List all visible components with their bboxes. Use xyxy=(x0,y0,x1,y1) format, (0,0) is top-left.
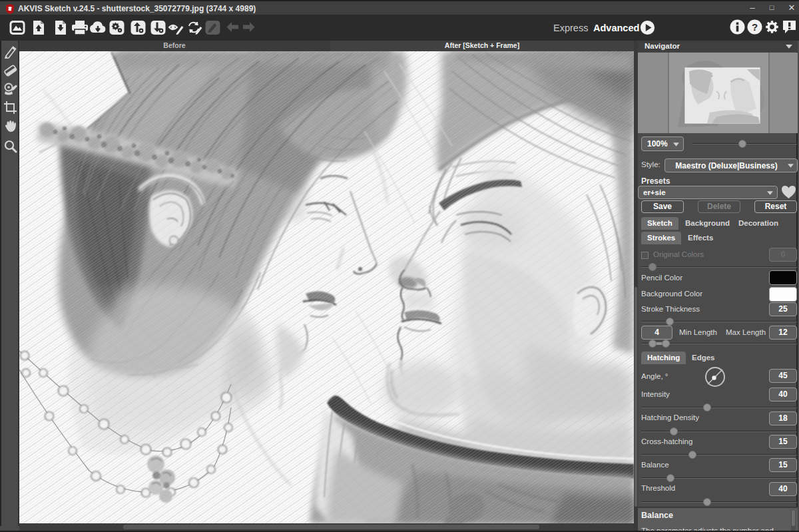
svg-text:?: ? xyxy=(752,21,758,33)
